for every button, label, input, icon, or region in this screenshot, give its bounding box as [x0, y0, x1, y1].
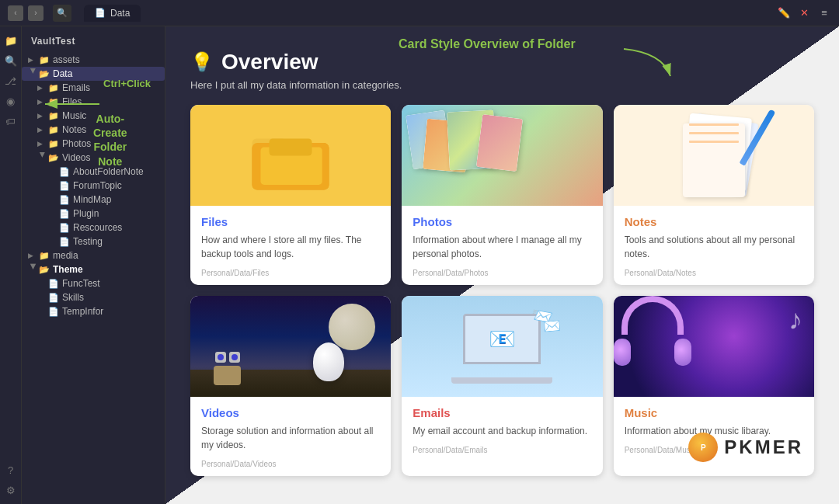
card-notes-body: Notes Tools and solutions about all my p…: [614, 206, 814, 285]
card-emails[interactable]: 📧 📨 ✉️ Emails My email accoun: [402, 296, 602, 476]
card-notes-desc: Tools and solutions about all my persona…: [625, 233, 803, 261]
files-folder-icon: 📁: [48, 97, 59, 107]
card-videos[interactable]: Videos Storage solution and information …: [190, 296, 391, 476]
media-label: media: [53, 250, 78, 261]
titlebar: ‹ › 🔍 📄 Data ✏️ ✕ ≡: [0, 0, 839, 26]
af-file-icon: 📄: [59, 167, 70, 177]
videos-label: Videos: [62, 152, 90, 163]
menu-button[interactable]: ≡: [817, 6, 831, 20]
sidebar-item-tempinfor[interactable]: ▶ 📄 TempInfor: [22, 304, 165, 318]
card-files-thumb: [190, 105, 391, 206]
page-header: 💡 Overview Here I put all my data inform…: [190, 50, 814, 91]
card-notes-thumb: [614, 105, 814, 206]
ti-label: TempInfor: [62, 306, 103, 317]
sidebar-item-theme[interactable]: ▶ 📂 Theme: [22, 262, 165, 276]
emails-label: Emails: [62, 82, 90, 93]
pl-label: Plugin: [73, 208, 99, 219]
sidebar-item-photos[interactable]: ▶ 📁 Photos: [22, 137, 165, 151]
forward-button[interactable]: ›: [28, 5, 44, 21]
card-notes-title[interactable]: Notes: [625, 215, 803, 228]
cards-grid: Files How and where I store all my files…: [190, 105, 814, 476]
card-emails-thumb: 📧 📨 ✉️: [402, 296, 602, 397]
close-button[interactable]: ✕: [797, 6, 811, 20]
card-videos-thumb: [190, 296, 391, 397]
sidebar-item-notes[interactable]: ▶ 📁 Notes: [22, 123, 165, 137]
svg-rect-7: [270, 138, 312, 155]
photos-folder-icon: 📁: [48, 139, 59, 149]
sidebar-item-forumtopic[interactable]: ▶ 📄 ForumTopic: [22, 179, 165, 193]
card-videos-title[interactable]: Videos: [201, 406, 380, 419]
ti-file-icon: 📄: [48, 307, 59, 317]
sidebar-item-data[interactable]: ▶ 📂 Data: [22, 67, 165, 81]
window-controls: ✏️ ✕ ≡: [777, 6, 831, 20]
assets-label: assets: [53, 54, 80, 65]
music-folder-icon: 📁: [48, 111, 59, 121]
videos-folder-icon: 📂: [48, 153, 59, 163]
sidebar-item-videos[interactable]: ▶ 📂 Videos: [22, 151, 165, 165]
af-label: AboutFolderNote: [73, 166, 144, 177]
card-music-title[interactable]: Music: [625, 406, 803, 419]
te-file-icon: 📄: [59, 237, 70, 247]
sidebar-item-skills[interactable]: ▶ 📄 Skills: [22, 290, 165, 304]
card-music-thumb: ♪: [614, 296, 814, 397]
sidebar-item-testing[interactable]: ▶ 📄 Testing: [22, 235, 165, 249]
sidebar-item-emails[interactable]: ▶ 📁 Emails: [22, 81, 165, 95]
sidebar-item-files[interactable]: ▶ 📁 Files: [22, 95, 165, 109]
card-files-path: Personal/Data/Files: [201, 269, 380, 277]
pkmer-text: PKMER: [724, 436, 803, 458]
search-rail-icon[interactable]: 🔍: [3, 53, 19, 68]
help-icon[interactable]: ?: [3, 462, 19, 478]
music-arrow: ▶: [37, 112, 48, 120]
edit-button[interactable]: ✏️: [777, 6, 791, 20]
pkmer-logo: P: [688, 433, 718, 462]
search-icon[interactable]: 🔍: [53, 5, 71, 22]
sidebar-item-mindmap[interactable]: ▶ 📄 MindMap: [22, 193, 165, 207]
pkmer-watermark: P PKMER: [688, 433, 803, 462]
sidebar-item-aboutfoldernote[interactable]: ▶ 📄 AboutFolderNote: [22, 165, 165, 179]
card-emails-desc: My email account and backup information.: [413, 424, 591, 438]
card-videos-body: Videos Storage solution and information …: [190, 397, 391, 476]
card-photos-desc: Information about where I manage all my …: [413, 233, 591, 261]
videos-arrow: ▶: [39, 152, 47, 163]
notes-arrow: ▶: [37, 126, 48, 134]
sidebar-item-rescources[interactable]: ▶ 📄 Rescources: [22, 221, 165, 235]
card-emails-title[interactable]: Emails: [413, 406, 591, 419]
data-folder-icon: 📂: [39, 69, 50, 79]
notes-label: Notes: [62, 124, 86, 135]
data-label: Data: [53, 68, 72, 79]
fc-label: FuncTest: [62, 278, 100, 289]
tag-icon[interactable]: 🏷: [3, 113, 19, 129]
card-photos-path: Personal/Data/Photos: [413, 269, 591, 277]
photos-label: Photos: [62, 138, 91, 149]
content-main: 💡 Overview Here I put all my data inform…: [165, 26, 839, 504]
ft-label: ForumTopic: [73, 180, 122, 191]
card-photos-title[interactable]: Photos: [413, 215, 591, 228]
fc-file-icon: 📄: [48, 279, 59, 289]
sidebar-item-plugin[interactable]: ▶ 📄 Plugin: [22, 207, 165, 221]
card-files[interactable]: Files How and where I store all my files…: [190, 105, 391, 285]
card-files-title[interactable]: Files: [201, 215, 380, 228]
card-photos[interactable]: Photos Information about where I manage …: [402, 105, 602, 285]
card-videos-desc: Storage solution and information about a…: [201, 424, 380, 452]
card-notes[interactable]: Notes Tools and solutions about all my p…: [614, 105, 814, 285]
sidebar: VaultTest ▶ 📁 assets ▶ 📂 Data ▶ 📁 Emails…: [22, 26, 165, 504]
settings-icon[interactable]: ⚙: [3, 482, 19, 498]
sidebar-item-assets[interactable]: ▶ 📁 assets: [22, 53, 165, 67]
rc-file-icon: 📄: [59, 223, 70, 233]
git-icon[interactable]: ⎇: [3, 73, 19, 89]
files-icon[interactable]: 📁: [3, 33, 19, 48]
music-label: Music: [62, 110, 86, 121]
sk-label: Skills: [62, 292, 84, 303]
tab-label: Data: [110, 8, 130, 19]
assets-arrow: ▶: [28, 56, 39, 64]
ft-file-icon: 📄: [59, 181, 70, 191]
folder-svg: [248, 119, 333, 193]
tab-data[interactable]: 📄 Data: [84, 5, 141, 22]
sidebar-item-media[interactable]: ▶ 📁 media: [22, 249, 165, 262]
graph-icon[interactable]: ◉: [3, 93, 19, 109]
back-button[interactable]: ‹: [8, 5, 23, 21]
te-label: Testing: [73, 236, 103, 247]
main-layout: 📁 🔍 ⎇ ◉ 🏷 ? ⚙ VaultTest ▶ 📁 assets ▶ 📂 D…: [0, 26, 839, 504]
sidebar-item-music[interactable]: ▶ 📁 Music: [22, 109, 165, 123]
sidebar-item-functest[interactable]: ▶ 📄 FuncTest: [22, 276, 165, 290]
